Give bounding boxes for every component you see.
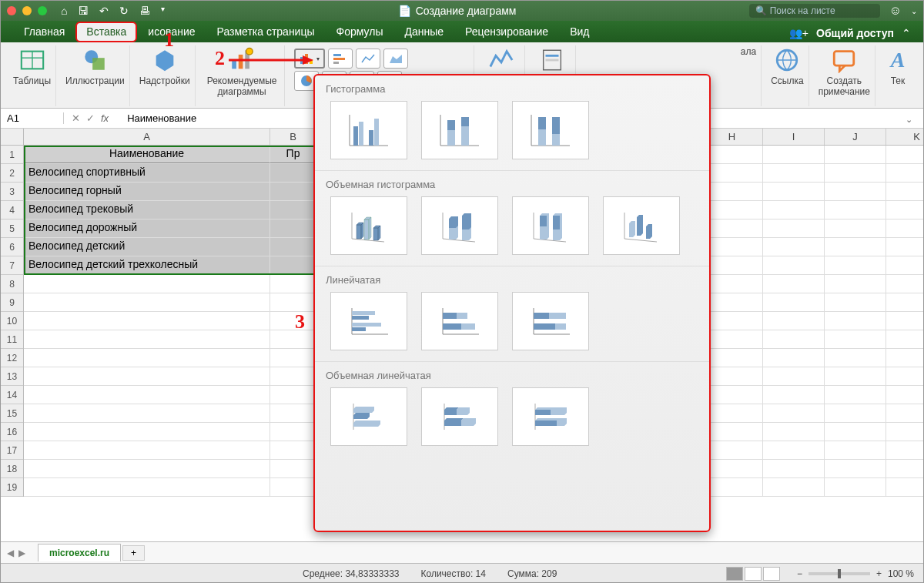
share-button[interactable]: Общий доступ	[816, 27, 894, 39]
row-header[interactable]: 16	[1, 423, 23, 441]
row-header[interactable]: 13	[1, 367, 23, 386]
3d-clustered-column[interactable]	[330, 196, 407, 255]
col-J[interactable]: J	[825, 129, 886, 145]
tab-review[interactable]: Рецензирование	[454, 22, 559, 42]
formula-input[interactable]: Наименование	[122, 112, 196, 124]
view-normal-button[interactable]	[726, 567, 743, 581]
row-header[interactable]: 2	[1, 164, 23, 183]
window-controls	[7, 6, 47, 15]
row-header[interactable]: 11	[1, 330, 23, 349]
100-stacked-column-chart[interactable]	[512, 101, 589, 159]
tab-home[interactable]: Главная	[13, 22, 75, 42]
ribbon-link[interactable]: Ссылка	[766, 45, 808, 106]
cancel-icon[interactable]: ✕	[72, 112, 80, 124]
undo-icon[interactable]: ↶	[99, 5, 109, 17]
clustered-bar-chart[interactable]	[330, 292, 407, 350]
zoom-control[interactable]: − + 100 %	[797, 568, 914, 579]
100-stacked-bar-chart[interactable]	[512, 292, 589, 350]
tab-insert[interactable]: Вставка	[75, 22, 137, 42]
tab-formulas[interactable]: Формулы	[326, 22, 394, 42]
col-K[interactable]: K	[886, 129, 923, 145]
row-header[interactable]: 6	[1, 238, 23, 256]
col-B[interactable]: B	[270, 129, 316, 145]
tab-data[interactable]: Данные	[393, 22, 454, 42]
home-icon[interactable]: ⌂	[61, 5, 67, 17]
3d-stacked-bar[interactable]	[421, 387, 498, 446]
line-chart-button[interactable]	[356, 49, 380, 69]
row-header[interactable]: 1	[1, 146, 23, 164]
redo-icon[interactable]: ↻	[119, 5, 129, 17]
fx-icon[interactable]: fx	[101, 112, 115, 124]
svg-rect-14	[333, 62, 339, 64]
col-A[interactable]: A	[24, 129, 270, 145]
save-icon[interactable]: 🖫	[78, 5, 89, 17]
row-header[interactable]: 7	[1, 256, 23, 275]
row-header[interactable]: 12	[1, 349, 23, 367]
user-icon[interactable]: ☺	[889, 4, 902, 18]
3d-stacked-column[interactable]	[421, 196, 498, 255]
row-header[interactable]: 19	[1, 478, 23, 497]
3d-clustered-bar[interactable]	[330, 387, 407, 446]
ribbon-tables[interactable]: Таблицы	[8, 45, 56, 106]
row-header[interactable]: 18	[1, 460, 23, 478]
sheet-tab[interactable]: microexcel.ru	[38, 544, 121, 561]
ribbon-new-note[interactable]: Создать примечание	[814, 45, 875, 106]
zoom-in-icon[interactable]: +	[876, 568, 882, 579]
minimize-window-button[interactable]	[22, 6, 32, 15]
sum-label: Сумма:	[507, 568, 539, 579]
3d-100-stacked-column[interactable]	[512, 196, 589, 255]
3d-100-stacked-bar[interactable]	[512, 387, 589, 446]
row-header[interactable]: 17	[1, 441, 23, 460]
ribbon-illustrations[interactable]: Иллюстрации	[61, 45, 130, 106]
section-bar: Линейчатая	[315, 266, 709, 290]
name-box[interactable]: A1	[1, 112, 64, 124]
tab-view[interactable]: Вид	[559, 22, 600, 42]
sparkline-icon	[488, 47, 514, 73]
maximize-window-button[interactable]	[38, 6, 47, 15]
sum-value: 209	[541, 568, 557, 579]
area-chart-button[interactable]	[383, 49, 408, 69]
row-header[interactable]: 8	[1, 275, 23, 293]
svg-rect-67	[461, 323, 475, 330]
col-I[interactable]: I	[763, 129, 825, 145]
row-header[interactable]: 15	[1, 404, 23, 423]
row-header[interactable]: 5	[1, 219, 23, 238]
view-page-break-button[interactable]	[763, 567, 780, 581]
titlebar-caret-icon[interactable]: ⌄	[911, 7, 917, 15]
svg-line-55	[624, 239, 657, 242]
sheet-prev-icon[interactable]: ◀	[7, 548, 14, 558]
ribbon-note-label: Создать примечание	[819, 76, 870, 98]
bar-chart-button[interactable]	[328, 49, 353, 69]
row-header[interactable]: 10	[1, 312, 23, 330]
view-page-layout-button[interactable]	[745, 567, 762, 581]
ribbon-tables-label: Таблицы	[13, 76, 51, 87]
tab-page-layout[interactable]: Разметка страницы	[206, 22, 326, 42]
col-H[interactable]: H	[701, 129, 763, 145]
svg-line-51	[443, 239, 475, 242]
row-header[interactable]: 4	[1, 201, 23, 219]
row-header[interactable]: 14	[1, 386, 23, 404]
svg-rect-73	[534, 323, 555, 330]
clustered-column-chart[interactable]	[330, 101, 407, 159]
svg-rect-32	[353, 126, 358, 146]
sheet-search[interactable]: 🔍 Поиск на листе	[749, 4, 880, 18]
add-sheet-button[interactable]: +	[122, 545, 145, 561]
section-histogram: Гистограмма	[315, 75, 709, 99]
svg-rect-35	[374, 119, 379, 146]
collapse-ribbon-icon[interactable]: ⌃	[902, 27, 911, 39]
formula-bar-expand-icon[interactable]: ⌄	[906, 115, 912, 125]
sheet-next-icon[interactable]: ▶	[18, 548, 25, 558]
3d-column[interactable]	[603, 196, 680, 255]
ribbon-text[interactable]: A Тек	[880, 45, 916, 106]
confirm-icon[interactable]: ✓	[86, 112, 95, 124]
ribbon-addins[interactable]: Надстройки	[135, 45, 196, 106]
row-header[interactable]: 9	[1, 293, 23, 312]
table-icon	[19, 47, 45, 73]
zoom-out-icon[interactable]: −	[797, 568, 802, 579]
stacked-column-chart[interactable]	[421, 101, 498, 159]
stacked-bar-chart[interactable]	[421, 292, 498, 350]
row-header[interactable]: 3	[1, 183, 23, 201]
print-icon[interactable]: 🖶	[139, 5, 150, 17]
scale-label-fragment: ала	[741, 47, 756, 58]
close-window-button[interactable]	[7, 6, 16, 15]
